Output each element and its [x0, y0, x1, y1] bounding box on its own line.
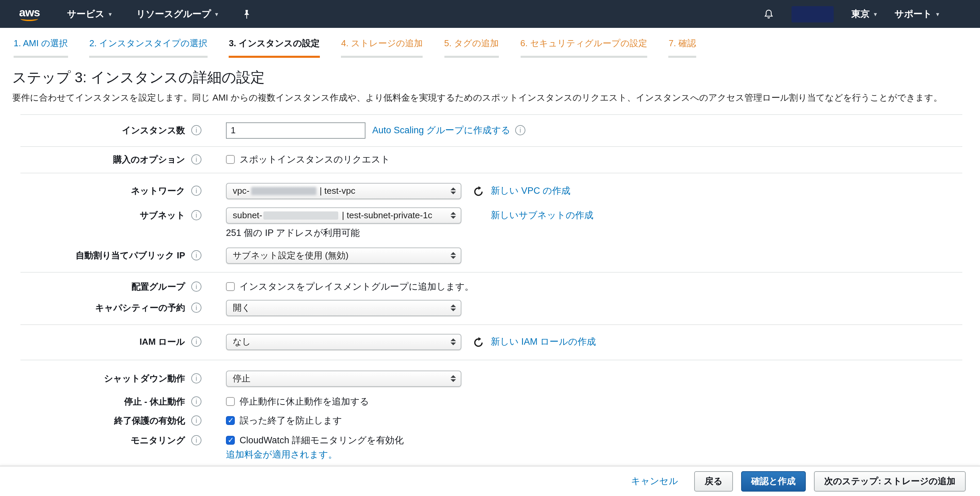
network-select[interactable]: vpc-| test-vpc [226, 182, 461, 199]
bell-icon[interactable] [764, 8, 774, 19]
network-select-value-prefix: vpc- [233, 185, 250, 196]
info-icon[interactable]: i [191, 210, 202, 220]
account-name-redacted[interactable] [791, 6, 834, 22]
step-tab-1-choose-ami[interactable]: 1. AMI の選択 [14, 37, 68, 58]
nav-left: aws サービス ▾ リソースグループ ▾ [12, 7, 270, 21]
divider [21, 324, 962, 325]
select-caret-icon [450, 212, 456, 219]
instance-count-label: インスタンス数 [0, 124, 185, 136]
top-nav: aws サービス ▾ リソースグループ ▾ 東京 ▾ [0, 0, 980, 28]
step-tab-7-review[interactable]: 7. 確認 [669, 37, 696, 58]
termination-protection-checkbox[interactable] [226, 416, 235, 425]
auto-assign-public-ip-select[interactable]: サブネット設定を使用 (無効) [226, 247, 461, 263]
nav-support[interactable]: サポート ▾ [894, 8, 939, 20]
create-subnet-link[interactable]: 新しいサブネットの作成 [491, 209, 593, 221]
iam-role-select[interactable]: なし [226, 333, 461, 350]
info-icon[interactable]: i [191, 154, 202, 165]
shutdown-behavior-select[interactable]: 停止 [226, 370, 461, 387]
info-icon[interactable]: i [191, 303, 202, 313]
placement-group-label: 配置グループ [0, 280, 185, 293]
aws-logo[interactable]: aws [19, 7, 40, 21]
page-description: 要件に合わせてインスタンスを設定します。同じ AMI からの複数インスタンス作成… [12, 91, 962, 105]
select-caret-icon [450, 304, 456, 311]
nav-right: 東京 ▾ サポート ▾ [764, 6, 939, 22]
row-instance-count: インスタンス数 i Auto Scaling グループに作成する i [0, 114, 980, 146]
nav-services-label: サービス [67, 8, 105, 20]
pin-icon[interactable] [243, 8, 250, 19]
nav-resource-groups-label: リソースグループ [136, 8, 211, 20]
back-button[interactable]: 戻る [695, 471, 733, 491]
divider [21, 172, 962, 173]
subnet-label: サブネット [0, 209, 185, 221]
additional-charges-link[interactable]: 追加料金が適用されます。 [226, 449, 337, 459]
nav-support-label: サポート [894, 8, 932, 20]
monitoring-extra-fee-note: 追加料金が適用されます。 [226, 448, 980, 461]
create-iam-role-link[interactable]: 新しい IAM ロールの作成 [491, 336, 596, 348]
auto-assign-public-ip-value: サブネット設定を使用 (無効) [233, 249, 348, 261]
row-stop-hibernate: 停止 - 休止動作 i 停止動作に休止動作を追加する [0, 395, 980, 407]
spot-instance-checkbox-label: スポットインスタンスのリクエスト [240, 153, 390, 166]
row-iam-role: IAM ロール i なし 新しい IAM ロールの作成 [0, 333, 980, 350]
refresh-icon[interactable] [473, 185, 484, 196]
monitoring-checkbox[interactable] [226, 436, 235, 445]
refresh-icon[interactable] [473, 336, 484, 347]
monitoring-control: CloudWatch 詳細モニタリングを有効化 [226, 434, 404, 446]
nav-services[interactable]: サービス ▾ [67, 8, 111, 20]
info-icon[interactable]: i [515, 125, 525, 135]
network-select-value-suffix: | test-vpc [320, 185, 355, 196]
info-icon[interactable]: i [191, 250, 202, 260]
next-step-add-storage-button[interactable]: 次のステップ: ストレージの追加 [814, 471, 966, 491]
row-auto-assign-public-ip: 自動割り当てパブリック IP i サブネット設定を使用 (無効) [0, 247, 980, 263]
stop-hibernate-checkbox-label: 停止動作に休止動作を追加する [240, 395, 369, 407]
nav-region[interactable]: 東京 ▾ [851, 8, 877, 20]
autoscaling-link[interactable]: Auto Scaling グループに作成する [372, 124, 511, 136]
shutdown-behavior-control: 停止 [226, 370, 461, 387]
stop-hibernate-checkbox[interactable] [226, 397, 235, 406]
main-content: ステップ 3: インスタンスの詳細の設定 要件に合わせてインスタンスを設定します… [0, 68, 980, 461]
subnet-select-value-prefix: subnet- [233, 210, 262, 220]
info-icon[interactable]: i [191, 415, 202, 426]
spot-instance-checkbox[interactable] [226, 155, 235, 164]
step-tab-3-configure-instance[interactable]: 3. インスタンスの設定 [229, 37, 320, 58]
step-tab-5-add-tags[interactable]: 5. タグの追加 [444, 37, 499, 58]
row-subnet: サブネット i subnet-| test-subnet-private-1c … [0, 207, 980, 223]
iam-role-control: なし 新しい IAM ロールの作成 [226, 333, 596, 350]
monitoring-checkbox-label: CloudWatch 詳細モニタリングを有効化 [240, 434, 404, 446]
info-icon[interactable]: i [191, 373, 202, 383]
info-icon[interactable]: i [191, 396, 202, 407]
shutdown-behavior-value: 停止 [233, 372, 250, 385]
step-tab-4-add-storage[interactable]: 4. ストレージの追加 [341, 37, 423, 58]
termination-protection-checkbox-label: 誤った終了を防止します [240, 414, 342, 427]
info-icon[interactable]: i [191, 435, 202, 445]
select-caret-icon [450, 338, 456, 345]
info-icon[interactable]: i [191, 185, 202, 196]
capacity-reservation-value: 開く [233, 301, 251, 314]
monitoring-label: モニタリング [0, 434, 185, 446]
review-and-launch-button[interactable]: 確認と作成 [741, 471, 806, 491]
row-capacity-reservation: キャパシティーの予約 i 開く [0, 300, 980, 316]
instance-count-input[interactable] [226, 122, 366, 138]
placement-group-checkbox[interactable] [226, 282, 235, 291]
select-caret-icon [450, 252, 456, 259]
info-icon[interactable]: i [191, 282, 202, 292]
row-monitoring: モニタリング i CloudWatch 詳細モニタリングを有効化 [0, 434, 980, 446]
nav-resource-groups[interactable]: リソースグループ ▾ [136, 8, 218, 20]
network-label: ネットワーク [0, 185, 185, 197]
row-shutdown-behavior: シャットダウン動作 i 停止 [0, 370, 980, 387]
step-tab-6-security-group[interactable]: 6. セキュリティグループの設定 [520, 37, 647, 58]
stop-hibernate-control: 停止動作に休止動作を追加する [226, 395, 369, 407]
capacity-reservation-select[interactable]: 開く [226, 300, 461, 316]
divider [21, 359, 962, 360]
info-icon[interactable]: i [191, 337, 202, 347]
chevron-down-icon: ▾ [215, 11, 218, 17]
step-tab-2-instance-type[interactable]: 2. インスタンスタイプの選択 [89, 37, 207, 58]
row-purchasing-option: 購入のオプション i スポットインスタンスのリクエスト [0, 147, 980, 172]
info-icon[interactable]: i [191, 125, 202, 135]
row-termination-protection: 終了保護の有効化 i 誤った終了を防止します [0, 414, 980, 427]
subnet-ip-availability-note: 251 個の IP アドレスが利用可能 [226, 227, 980, 239]
cancel-link[interactable]: キャンセル [631, 475, 678, 487]
create-vpc-link[interactable]: 新しい VPC の作成 [491, 185, 570, 197]
subnet-id-redaction [264, 211, 339, 219]
iam-role-label: IAM ロール [0, 336, 185, 348]
subnet-select[interactable]: subnet-| test-subnet-private-1c [226, 207, 461, 223]
